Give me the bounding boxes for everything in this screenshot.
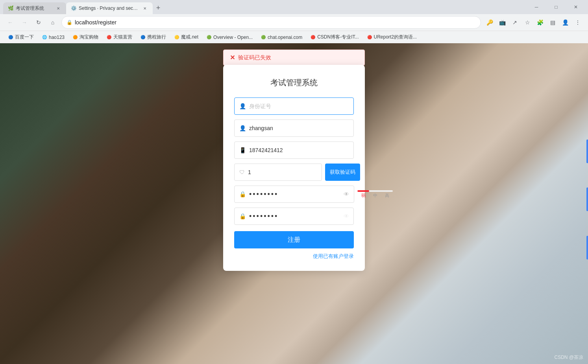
baidu-favicon: 🔵	[8, 35, 13, 40]
csdn-label: CSDN博客-专业IT...	[317, 34, 359, 40]
alert-error-icon: ✕	[230, 54, 235, 61]
verif-code-field[interactable]: 🛡	[234, 164, 322, 181]
tab2-close-icon[interactable]: ✕	[142, 5, 148, 11]
hao123-label: hao123	[49, 35, 65, 40]
forward-button[interactable]: →	[19, 17, 30, 28]
bookmark-ureport[interactable]: 🔴 UReport2的查询语...	[364, 33, 420, 41]
form-title: 考试管理系统	[234, 77, 354, 88]
id-input[interactable]	[249, 103, 349, 109]
side-panel-indicator-2	[586, 188, 588, 211]
baidu-label: 百度一下	[15, 34, 34, 40]
login-link[interactable]: 使用已有账户登录	[313, 253, 354, 259]
bookmark-baidu[interactable]: 🔵 百度一下	[5, 33, 37, 41]
tab2-title: Settings · Privacy and security	[79, 6, 139, 11]
tab1-favicon: 🌿	[8, 6, 13, 11]
side-panel-indicator-3	[586, 236, 588, 259]
window-controls: ─ □ ✕	[527, 2, 585, 13]
toolbar-icons: 🔑 📺 ↗ ☆ 🧩 ▤ 👤 ⋮	[484, 17, 583, 28]
close-button[interactable]: ✕	[567, 2, 585, 13]
phone-icon: 📱	[239, 147, 246, 153]
strength-weak-label: 弱	[361, 193, 366, 199]
share-icon[interactable]: ↗	[509, 17, 520, 28]
login-link-area: 使用已有账户登录	[234, 252, 354, 260]
tab-settings[interactable]: ⚙️ Settings · Privacy and security ✕	[66, 2, 153, 14]
address-bar[interactable]: 🔒 localhost/register	[61, 16, 481, 29]
browser-chrome: 🌿 考试管理系统 ✕ ⚙️ Settings · Privacy and sec…	[0, 0, 588, 43]
refresh-button[interactable]: ↻	[33, 17, 44, 28]
bookmark-chatgpt[interactable]: 🟢 chat.openai.com	[257, 34, 305, 41]
tab2-favicon: ⚙️	[71, 6, 76, 11]
mojie-label: 魔戒.net	[181, 34, 198, 40]
tab1-close-icon[interactable]: ✕	[55, 5, 61, 11]
csdn-favicon: 🔴	[310, 35, 316, 40]
chatgpt-label: chat.openai.com	[268, 35, 302, 40]
bookmark-icon[interactable]: ☆	[522, 17, 533, 28]
ureport-label: UReport2的查询语...	[374, 34, 417, 40]
strength-medium-label: 中	[373, 193, 377, 199]
strength-indicator: 弱 中 高	[357, 190, 393, 199]
bookmark-openai-overview[interactable]: 🟢 Overview - Open...	[203, 34, 256, 41]
menu-icon[interactable]: ⋮	[572, 17, 583, 28]
openai-overview-favicon: 🟢	[206, 35, 212, 40]
openai-overview-label: Overview - Open...	[213, 35, 253, 40]
password-row: 🔒 👁 弱 中 高	[234, 186, 354, 203]
lock-icon: 🔒	[67, 20, 72, 25]
alert-banner: ✕ 验证码已失效	[223, 50, 365, 66]
title-bar: 🌿 考试管理系统 ✕ ⚙️ Settings · Privacy and sec…	[0, 0, 588, 14]
profile-icon[interactable]: 👤	[560, 17, 571, 28]
watermark: CSDN @茶凉	[554, 354, 583, 361]
username-field[interactable]: 👤	[234, 119, 354, 137]
tab-exam-system[interactable]: 🌿 考试管理系统 ✕	[3, 2, 66, 14]
maximize-button[interactable]: □	[547, 2, 565, 13]
address-bar-row: ← → ↻ ⌂ 🔒 localhost/register 🔑 📺 ↗ ☆ 🧩 ▤…	[0, 14, 588, 31]
bookmarks-bar: 🔵 百度一下 🌐 hao123 🟠 淘宝购物 🔴 天猫直营 🔵 携程旅行 🟡 魔…	[0, 31, 588, 43]
page-content: ✕ 验证码已失效 考试管理系统 👤 👤 📱 🛡 获取验证码	[0, 43, 588, 364]
ureport-favicon: 🔴	[367, 35, 372, 40]
get-code-button[interactable]: 获取验证码	[325, 164, 360, 181]
password-manager-icon[interactable]: 🔑	[484, 17, 495, 28]
bookmark-taobao[interactable]: 🟠 淘宝购物	[69, 33, 102, 41]
extensions-icon[interactable]: 🧩	[534, 17, 545, 28]
bookmark-tianmao[interactable]: 🔴 天猫直营	[103, 33, 135, 41]
confirm-password-input[interactable]	[249, 212, 340, 221]
confirm-toggle-icon[interactable]: 👁	[344, 213, 349, 219]
tianmao-favicon: 🔴	[106, 35, 112, 40]
chatgpt-favicon: 🟢	[261, 35, 266, 40]
register-button[interactable]: 注册	[234, 231, 354, 248]
home-button[interactable]: ⌂	[47, 17, 58, 28]
lock-field-icon: 🔒	[239, 191, 246, 197]
sidebar-icon[interactable]: ▤	[547, 17, 558, 28]
back-button[interactable]: ←	[5, 17, 16, 28]
phone-field[interactable]: 📱	[234, 142, 354, 159]
address-text: localhost/register	[75, 19, 476, 26]
strength-fill	[357, 190, 369, 192]
minimize-button[interactable]: ─	[527, 2, 545, 13]
tab1-title: 考试管理系统	[16, 5, 53, 12]
password-field[interactable]: 🔒 👁	[234, 186, 354, 203]
ctrip-favicon: 🔵	[140, 35, 146, 40]
tianmao-label: 天猫直营	[113, 34, 132, 40]
strength-labels: 弱 中 高	[357, 193, 393, 199]
taobao-label: 淘宝购物	[80, 34, 98, 40]
password-input[interactable]	[249, 190, 340, 199]
user-icon: 👤	[239, 103, 246, 109]
new-tab-button[interactable]: +	[153, 2, 164, 13]
register-card: 考试管理系统 👤 👤 📱 🛡 获取验证码	[223, 65, 365, 271]
bookmark-ctrip[interactable]: 🔵 携程旅行	[137, 33, 169, 41]
confirm-password-field[interactable]: 🔒 👁	[234, 208, 354, 225]
tabs-area: 🌿 考试管理系统 ✕ ⚙️ Settings · Privacy and sec…	[3, 0, 164, 14]
cast-icon[interactable]: 📺	[497, 17, 508, 28]
bookmark-mojie[interactable]: 🟡 魔戒.net	[171, 33, 202, 41]
bookmark-csdn[interactable]: 🔴 CSDN博客-专业IT...	[307, 33, 362, 41]
bookmark-hao123[interactable]: 🌐 hao123	[39, 34, 68, 41]
password-toggle-icon[interactable]: 👁	[344, 191, 349, 197]
lock-confirm-icon: 🔒	[239, 213, 246, 219]
ctrip-label: 携程旅行	[147, 34, 166, 40]
phone-input[interactable]	[249, 147, 349, 153]
strength-bar	[357, 190, 393, 192]
verification-row: 🛡 获取验证码	[234, 164, 354, 181]
verif-code-input[interactable]	[248, 169, 317, 175]
id-field[interactable]: 👤	[234, 97, 354, 115]
username-input[interactable]	[249, 125, 349, 131]
mojie-favicon: 🟡	[174, 35, 179, 40]
